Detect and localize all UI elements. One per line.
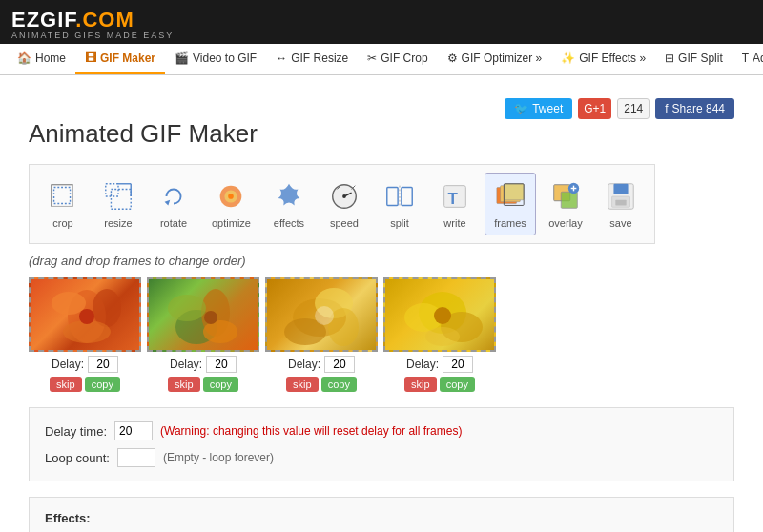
nav-gif-effects[interactable]: ✨ GIF Effects » [551, 44, 655, 74]
main-nav: 🏠 Home 🎞 GIF Maker 🎬 Video to GIF ↔ GIF … [0, 44, 763, 75]
delay-input[interactable] [88, 356, 118, 373]
delay-input[interactable] [443, 356, 473, 373]
gif-maker-icon: 🎞 [85, 51, 96, 65]
svg-rect-4 [106, 184, 118, 196]
nav-gif-maker[interactable]: 🎞 GIF Maker [75, 44, 165, 74]
loop-count-label: Loop count: [45, 451, 110, 465]
main-content: 🐦 Tweet G+1 214 f Share 844 Animated GIF… [0, 75, 763, 532]
speed-tool-icon [327, 179, 361, 214]
svg-point-44 [204, 311, 217, 324]
share-button[interactable]: f Share 844 [655, 98, 734, 119]
optimizer-icon: ⚙ [447, 51, 458, 65]
svg-rect-5 [111, 189, 131, 209]
tool-optimize[interactable]: optimize [203, 173, 259, 235]
write-tool-icon: T [438, 179, 472, 214]
delay-time-input[interactable] [114, 421, 153, 440]
tool-rotate[interactable]: rotate [148, 173, 199, 235]
skip-button[interactable]: skip [50, 377, 82, 392]
copy-button[interactable]: copy [321, 377, 357, 392]
svg-rect-34 [615, 200, 626, 206]
nav-gif-optimizer[interactable]: ⚙ GIF Optimizer » [438, 44, 552, 74]
svg-rect-24 [504, 184, 524, 200]
svg-rect-18 [402, 188, 412, 206]
delay-label: Delay: [288, 358, 320, 371]
svg-point-11 [229, 194, 235, 199]
frame-item: Delay: skip copy [29, 277, 141, 392]
gplus-count: 214 [617, 98, 650, 119]
nav-video-to-gif[interactable]: 🎬 Video to GIF [165, 44, 266, 74]
tool-frames[interactable]: frames [485, 173, 536, 235]
resize-tool-icon [101, 179, 135, 214]
svg-rect-27 [561, 192, 577, 208]
settings-section: Delay time: (Warning: changing this valu… [29, 407, 734, 481]
svg-marker-8 [165, 200, 171, 206]
loop-hint: (Empty - loop forever) [163, 451, 274, 464]
loop-count-input[interactable] [117, 448, 155, 467]
nav-add-text[interactable]: T Add text [732, 44, 763, 74]
video-icon: 🎬 [175, 51, 189, 65]
tool-write[interactable]: T write [429, 173, 481, 235]
svg-text:T: T [447, 190, 458, 208]
svg-point-53 [425, 327, 460, 346]
tool-crop[interactable]: crop [37, 173, 89, 235]
skip-button[interactable]: skip [286, 377, 319, 392]
social-buttons: 🐦 Tweet G+1 214 f Share 844 [505, 98, 734, 119]
delay-label: Delay: [170, 358, 202, 371]
svg-point-49 [315, 306, 334, 325]
frame-item: Delay: skip copy [147, 277, 259, 392]
nav-gif-resize[interactable]: ↔ GIF Resize [266, 44, 358, 74]
svg-point-37 [93, 289, 121, 327]
effects-section: Effects: crossfade frames don't stack fr… [29, 497, 734, 532]
svg-rect-17 [387, 188, 398, 206]
frame-item: Delay: skip copy [265, 277, 378, 392]
svg-point-36 [52, 292, 86, 315]
effects-title: Effects: [45, 511, 718, 525]
logo: EZGIF.COM ANIMATED GIFS MADE EASY [11, 8, 752, 40]
skip-button[interactable]: skip [168, 377, 200, 392]
tool-resize[interactable]: resize [93, 173, 144, 235]
tool-speed[interactable]: speed [319, 173, 370, 235]
copy-button[interactable]: copy [203, 377, 238, 392]
nav-gif-split[interactable]: ⊟ GIF Split [655, 44, 732, 74]
frame-image [29, 277, 141, 352]
twitter-icon: 🐦 [514, 102, 528, 115]
tweet-button[interactable]: 🐦 Tweet [505, 98, 572, 119]
delay-input[interactable] [324, 356, 355, 373]
delay-label: Delay: [52, 358, 84, 371]
home-icon: 🏠 [17, 51, 31, 65]
frame-item: Delay: skip copy [383, 277, 496, 392]
svg-rect-32 [613, 184, 628, 194]
nav-home[interactable]: 🏠 Home [8, 44, 75, 74]
tool-effects[interactable]: effects [263, 173, 315, 235]
svg-point-43 [203, 320, 237, 343]
tool-overlay[interactable]: overlay [540, 173, 591, 235]
frame-image [383, 277, 496, 352]
tool-split[interactable]: split [374, 173, 425, 235]
frame-image [265, 277, 378, 352]
facebook-icon: f [665, 102, 668, 115]
site-header: EZGIF.COM ANIMATED GIFS MADE EASY [0, 0, 763, 44]
effects-icon: ✨ [561, 51, 575, 65]
svg-point-42 [168, 295, 206, 321]
rotate-tool-icon [156, 179, 191, 214]
frames-tool-icon [493, 179, 527, 214]
delay-time-label: Delay time: [45, 424, 107, 439]
tools-row: crop resize rotate [29, 164, 655, 244]
svg-point-54 [434, 307, 451, 324]
delay-input[interactable] [206, 356, 237, 373]
copy-button[interactable]: copy [440, 377, 475, 392]
optimize-tool-icon [214, 179, 248, 214]
delay-warning: (Warning: changing this value will reset… [160, 424, 462, 438]
tool-save[interactable]: save [595, 173, 647, 235]
overlay-tool-icon [548, 179, 583, 214]
crop-icon: ✂ [367, 51, 377, 65]
svg-point-39 [79, 309, 94, 324]
text-icon: T [742, 51, 749, 65]
split-tool-icon [382, 179, 417, 214]
gplus-button[interactable]: G+1 [578, 98, 611, 119]
svg-rect-0 [54, 188, 71, 204]
frame-image [147, 277, 259, 352]
skip-button[interactable]: skip [404, 377, 437, 392]
nav-gif-crop[interactable]: ✂ GIF Crop [358, 44, 437, 74]
copy-button[interactable]: copy [85, 377, 120, 392]
